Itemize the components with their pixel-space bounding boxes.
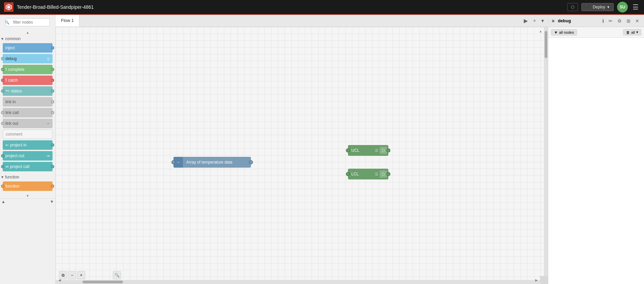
rp-filter-nodes-btn[interactable]: ▼ all nodes: [551, 29, 577, 35]
sidebar-node-function[interactable]: function: [3, 181, 53, 191]
arrow-icon: →: [46, 121, 50, 126]
node-port-right: [51, 165, 54, 168]
chevron-down-icon: ▾: [636, 30, 638, 34]
canvas-scroll-right[interactable]: ▶: [534, 276, 539, 284]
node-port-left: [1, 111, 4, 114]
svg-marker-1: [7, 5, 10, 9]
sidebar-scroll-down[interactable]: ▼: [0, 193, 55, 198]
filter-nodes-input[interactable]: [5, 18, 50, 26]
node-port-right: [51, 68, 54, 71]
sidebar-node-project-out[interactable]: project out ⇒: [3, 151, 53, 161]
sidebar-section-common[interactable]: ▾ common: [0, 35, 55, 42]
rp-options-tab[interactable]: ⊞: [625, 18, 632, 24]
sidebar-section-function[interactable]: ▾ function: [0, 173, 55, 181]
deploy-button[interactable]: ⬛ Deploy ▾: [581, 3, 614, 11]
canvas-bottom-left-tools: ⧉ − +: [59, 271, 85, 279]
rp-close-tab[interactable]: ✕: [634, 18, 641, 24]
canvas-search-button[interactable]: 🔍: [113, 271, 121, 279]
node-label: project out: [5, 153, 24, 158]
app-logo: [4, 2, 13, 12]
node-label: project in: [10, 143, 27, 147]
canvas-zoom-out-button[interactable]: −: [68, 271, 76, 279]
flow-tab-menu-button[interactable]: ▾: [540, 17, 545, 25]
canvas-scrollbar-horizontal-thumb[interactable]: [83, 281, 123, 283]
node-action-btn[interactable]: ⬡: [380, 147, 387, 154]
sidebar-node-link-out[interactable]: link out →: [3, 119, 53, 128]
flow-tab-run-button[interactable]: ▶: [522, 17, 529, 25]
sidebar-node-comment[interactable]: comment: [3, 130, 53, 139]
right-panel-content: [548, 38, 644, 284]
rp-info-tab[interactable]: ℹ: [601, 18, 605, 24]
filter-icon: 🔍: [5, 20, 9, 25]
rp-settings-tab[interactable]: ⚙: [616, 18, 623, 24]
sidebar-node-project-call[interactable]: ⇔ project call: [3, 162, 53, 171]
right-panel: ≡ debug ℹ ✏ ⚙ ⊞ ✕ ▼ all nodes 🗑 all ▾: [548, 15, 644, 284]
sidebar-bottom-toolbar: ▲ ▼: [0, 198, 55, 205]
sidebar-node-debug[interactable]: debug ☰: [3, 54, 53, 63]
sidebar-node-link-call[interactable]: link call: [3, 108, 53, 117]
node-label: link out: [5, 121, 18, 126]
flow-tab-flow1[interactable]: Flow 1: [56, 15, 79, 27]
sidebar-node-complete[interactable]: ! complete: [3, 65, 53, 74]
arrow-both-icon: ⇔: [5, 164, 9, 169]
sidebar-node-catch[interactable]: ! catch: [3, 76, 53, 85]
node-menu-icon: ☰: [375, 172, 378, 176]
node-label: status: [11, 89, 22, 93]
node-action-btn[interactable]: ⬡: [380, 170, 387, 178]
node-port-right: [51, 79, 54, 82]
node-port-left: [1, 57, 4, 60]
node-port-left: [1, 184, 4, 188]
node-port-right: [51, 184, 54, 188]
right-panel-title: debug: [558, 18, 571, 23]
hamburger-button[interactable]: ☰: [631, 3, 640, 11]
canvas-scrollbar-horizontal[interactable]: [56, 280, 540, 284]
app-title: Tender-Broad-Billed-Sandpiper-4861: [17, 4, 564, 10]
canvas-node-label: Array of temperature data: [183, 160, 236, 165]
node-label: complete: [8, 67, 25, 72]
user-avatar[interactable]: SU: [617, 2, 628, 12]
canvas-node-port-right: [249, 160, 253, 164]
canvas[interactable]: ▲ ▼ → Array of temperature data UCL ☰ ⬡: [56, 27, 548, 284]
sidebar: 🔍 ▲ ▾ common inject debug ☰ ! complete: [0, 15, 56, 284]
canvas-node-port-right: [386, 172, 390, 176]
sidebar-node-project-in[interactable]: ⇐ project in: [3, 140, 53, 150]
rp-edit-tab[interactable]: ✏: [607, 18, 614, 24]
chevron-down-icon: ▾: [1, 36, 3, 41]
node-port-right: [51, 46, 54, 50]
node-port-left: [1, 79, 4, 82]
chevron-right-icon: ▾: [1, 175, 3, 179]
debug-icon: ≡: [552, 18, 554, 24]
node-port-left: [1, 165, 4, 168]
canvas-node-port-left: [346, 172, 350, 176]
node-port-right: [51, 143, 54, 147]
trash-icon: 🗑: [626, 30, 630, 34]
canvas-node-ucl[interactable]: UCL ☰ ⬡: [348, 145, 388, 156]
rp-filter-all-btn[interactable]: 🗑 all ▾: [623, 29, 641, 35]
sidebar-zoom-in-button[interactable]: ▲: [1, 199, 5, 204]
canvas-scroll-up[interactable]: ▲: [538, 28, 543, 34]
flow-tab-add-button[interactable]: ＋: [530, 17, 539, 25]
common-nodes: inject debug ☰ ! complete ! catch: [0, 42, 55, 173]
node-label: function: [5, 184, 20, 189]
sidebar-zoom-out-button[interactable]: ▼: [50, 199, 54, 204]
node-menu-icon: ☰: [47, 57, 50, 61]
flow-tabs: Flow 1 ▶ ＋ ▾: [56, 15, 548, 27]
canvas-node-lcl[interactable]: LCL ☰ ⬡: [348, 169, 388, 179]
arrow-icon: →: [176, 160, 180, 165]
topbar-icon-btn[interactable]: ⬡: [567, 3, 578, 11]
arrow-right-icon: ⇒: [46, 153, 50, 158]
canvas-zoom-in-button[interactable]: +: [77, 271, 85, 279]
sidebar-node-status[interactable]: 〜 status: [3, 86, 53, 96]
canvas-search-area: 🔍: [113, 271, 121, 279]
sidebar-scroll-up[interactable]: ▲: [0, 30, 55, 35]
canvas-scrollbar-vertical-thumb[interactable]: [545, 31, 547, 58]
canvas-scrollbar-vertical[interactable]: [544, 27, 548, 276]
node-label: catch: [8, 78, 18, 83]
canvas-node-array-of-temp[interactable]: → Array of temperature data: [173, 157, 251, 168]
save-icon: ⬡: [571, 5, 574, 9]
sidebar-node-inject[interactable]: inject: [3, 43, 53, 53]
canvas-map-button[interactable]: ⧉: [59, 271, 67, 279]
sidebar-node-link-in[interactable]: link in: [3, 97, 53, 107]
node-port-right: [51, 89, 54, 93]
exclaim-icon: !: [5, 78, 7, 83]
